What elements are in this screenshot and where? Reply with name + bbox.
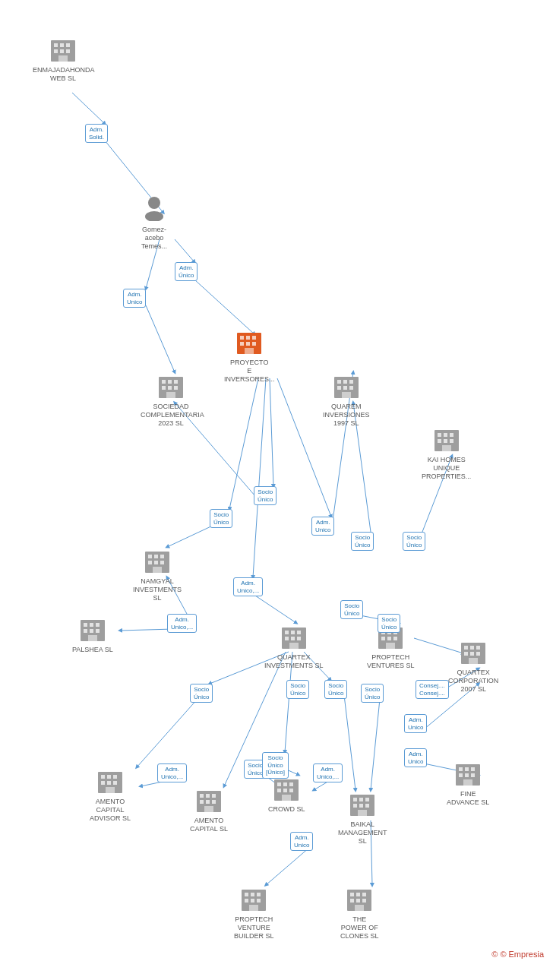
svg-rect-150 bbox=[365, 804, 369, 808]
svg-rect-59 bbox=[174, 380, 178, 384]
node-enmajada[interactable]: ENMAJADAHONDA WEB SL bbox=[33, 34, 93, 83]
svg-line-29 bbox=[371, 699, 380, 790]
svg-rect-81 bbox=[148, 555, 152, 558]
badge-socio-unico-1[interactable]: SocioÚnico bbox=[254, 486, 276, 505]
svg-rect-134 bbox=[212, 800, 216, 804]
svg-rect-167 bbox=[249, 905, 258, 911]
svg-rect-146 bbox=[359, 798, 363, 801]
svg-rect-164 bbox=[245, 899, 248, 903]
svg-line-28 bbox=[344, 695, 356, 790]
svg-rect-84 bbox=[148, 561, 152, 564]
svg-rect-148 bbox=[353, 804, 357, 808]
node-sociedad[interactable]: SOCIEDAD COMPLEMENTARIA 2023 SL bbox=[141, 371, 201, 427]
label-amento-cap-adv: AMENTO CAPITAL ADVISOR SL bbox=[90, 798, 131, 822]
svg-rect-153 bbox=[459, 767, 463, 771]
node-proptech-vb[interactable]: PROPTECH VENTURE BUILDER SL bbox=[234, 884, 274, 940]
badge-socio-unico-8[interactable]: SocioÚnico bbox=[286, 680, 309, 699]
node-kai[interactable]: KAI HOMES UNIQUE PROPERTIES... bbox=[422, 424, 471, 480]
badge-adm-unico-10[interactable]: Adm.Unico bbox=[290, 832, 313, 851]
node-proyecto[interactable]: PROYECTO E INVERSORES... bbox=[224, 327, 275, 383]
svg-rect-159 bbox=[463, 779, 472, 786]
svg-line-3 bbox=[175, 239, 194, 262]
badge-socio-unico-3[interactable]: SocioÚnico bbox=[351, 532, 374, 551]
svg-rect-165 bbox=[251, 899, 254, 903]
node-fine-advance[interactable]: FINE ADVANCE SL bbox=[447, 758, 489, 807]
svg-rect-49 bbox=[240, 336, 244, 340]
badge-socio-unico-5[interactable]: SocioÚnico bbox=[340, 600, 363, 619]
node-quarem[interactable]: QUAREM INVERSIONES 1997 SL bbox=[323, 371, 370, 427]
badge-socio-unico-7[interactable]: SocioÚnico bbox=[190, 684, 213, 703]
node-crowd[interactable]: CROWD SL bbox=[268, 773, 305, 814]
badge-adm-unico-7[interactable]: Adm.Unico,... bbox=[157, 763, 187, 782]
svg-rect-103 bbox=[289, 643, 299, 649]
badge-adm-unico-2[interactable]: Adm.Unico bbox=[123, 289, 146, 308]
badge-socio-unico-9[interactable]: SocioÚnico bbox=[324, 680, 347, 699]
svg-rect-77 bbox=[444, 439, 447, 443]
node-namgyal[interactable]: NAMGYAL INVESTMENTS SL bbox=[133, 545, 182, 602]
svg-rect-93 bbox=[90, 629, 93, 633]
badge-adm-unico-4[interactable]: Adm.Unico,... bbox=[233, 577, 263, 596]
node-palshea[interactable]: PALSHEA SL bbox=[72, 614, 113, 654]
svg-rect-171 bbox=[362, 893, 366, 896]
badge-adm-unico-5[interactable]: Adm.Unico,... bbox=[167, 614, 197, 633]
svg-rect-162 bbox=[251, 893, 254, 896]
diagram-container: ENMAJADAHONDA WEB SL Gomez- acebo Temes.… bbox=[0, 0, 553, 965]
svg-rect-132 bbox=[200, 800, 204, 804]
svg-rect-123 bbox=[113, 775, 117, 779]
node-amento-cap[interactable]: AMENTO CAPITAL SL bbox=[190, 785, 228, 833]
svg-rect-113 bbox=[464, 646, 468, 650]
node-power-clones[interactable]: THE POWER OF CLONES SL bbox=[340, 884, 379, 940]
badge-adm-solid[interactable]: Adm.Solid. bbox=[85, 124, 108, 143]
node-quartex-inv[interactable]: QUARTEX INVESTMENTS SL bbox=[264, 621, 324, 670]
svg-rect-119 bbox=[469, 658, 478, 664]
label-power-clones: THE POWER OF CLONES SL bbox=[340, 915, 379, 940]
badge-adm-unico-3[interactable]: Adm.Unico bbox=[311, 517, 334, 536]
building-icon-power-clones bbox=[344, 884, 374, 914]
footer-copyright-icon: © bbox=[491, 950, 498, 959]
badge-socio-unico-4[interactable]: SocioÚnico bbox=[403, 532, 425, 551]
label-palshea: PALSHEA SL bbox=[72, 646, 113, 654]
svg-line-6 bbox=[146, 305, 175, 372]
badge-socio-unico-2[interactable]: SocioÚnico bbox=[210, 509, 232, 528]
label-amento-cap: AMENTO CAPITAL SL bbox=[190, 817, 228, 833]
svg-rect-154 bbox=[465, 767, 469, 771]
svg-rect-68 bbox=[337, 386, 341, 390]
badge-consej[interactable]: Consej....Consej.... bbox=[416, 680, 449, 699]
badge-adm-unico-9[interactable]: Adm.Unico bbox=[404, 748, 427, 767]
label-crowd: CROWD SL bbox=[268, 805, 305, 814]
svg-rect-63 bbox=[166, 392, 175, 398]
svg-line-16 bbox=[253, 594, 296, 623]
label-quarem: QUAREM INVERSIONES 1997 SL bbox=[323, 403, 370, 427]
svg-rect-67 bbox=[349, 380, 353, 384]
badge-socio-unico-6[interactable]: SocioÚnico bbox=[378, 614, 400, 633]
svg-rect-142 bbox=[289, 789, 293, 792]
footer-brand: © Empresia bbox=[500, 950, 544, 959]
label-sociedad: SOCIEDAD COMPLEMENTARIA 2023 SL bbox=[141, 403, 201, 427]
label-baikal: BAIKAL MANAGEMENT SL bbox=[338, 820, 387, 845]
svg-rect-75 bbox=[450, 433, 453, 437]
svg-rect-114 bbox=[470, 646, 474, 650]
svg-line-7 bbox=[270, 378, 273, 486]
badge-adm-unico-6[interactable]: Adm.Unico bbox=[404, 714, 427, 733]
node-amento-cap-adv[interactable]: AMENTO CAPITAL ADVISOR SL bbox=[90, 766, 131, 822]
badge-adm-unico-8[interactable]: Adm.Unico,... bbox=[313, 763, 343, 782]
svg-rect-173 bbox=[356, 899, 360, 903]
label-proyecto: PROYECTO E INVERSORES... bbox=[224, 359, 275, 383]
svg-rect-41 bbox=[66, 43, 70, 47]
svg-rect-65 bbox=[337, 380, 341, 384]
building-icon-proyecto bbox=[234, 327, 264, 357]
badge-socio-unico-10[interactable]: SocioÚnico bbox=[361, 684, 384, 703]
label-gomez: Gomez- acebo Temes... bbox=[141, 226, 167, 250]
svg-rect-175 bbox=[355, 905, 364, 911]
svg-rect-97 bbox=[285, 631, 289, 634]
node-gomez[interactable]: Gomez- acebo Temes... bbox=[141, 194, 168, 250]
svg-rect-161 bbox=[245, 893, 248, 896]
node-baikal[interactable]: BAIKAL MANAGEMENT SL bbox=[338, 789, 387, 845]
node-quartex-corp[interactable]: QUARTEX CORPORATION 2007 SL bbox=[448, 637, 498, 693]
svg-rect-131 bbox=[212, 794, 216, 798]
svg-rect-39 bbox=[54, 43, 58, 47]
badge-adm-unico-1[interactable]: Adm.Único bbox=[175, 262, 198, 281]
badge-socio-unico-12[interactable]: SocioÚnico[Único] bbox=[262, 752, 289, 779]
building-icon-enmajada bbox=[48, 34, 78, 65]
svg-rect-163 bbox=[257, 893, 261, 896]
